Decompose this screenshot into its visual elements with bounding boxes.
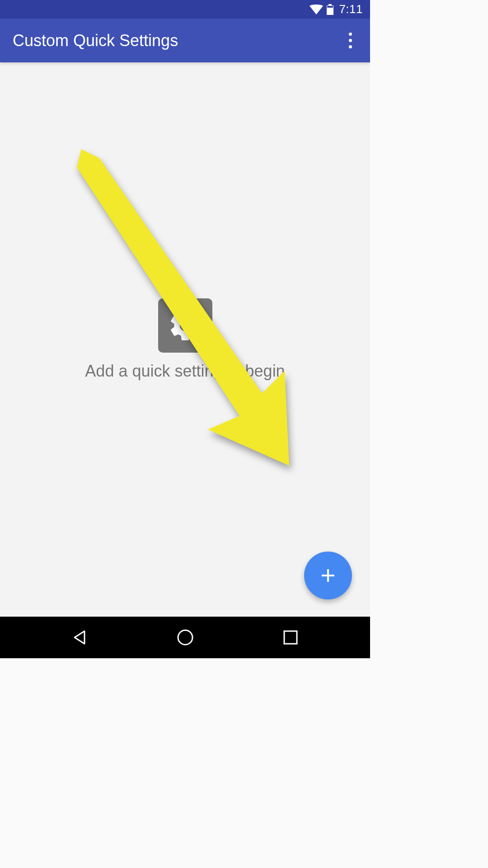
recents-icon <box>283 630 298 645</box>
svg-rect-1 <box>328 4 332 5</box>
page-title: Custom Quick Settings <box>13 31 178 50</box>
recents-button[interactable] <box>277 624 304 651</box>
svg-rect-4 <box>322 575 334 576</box>
overflow-icon <box>349 33 352 36</box>
add-fab-button[interactable] <box>304 552 352 599</box>
empty-state: Add a quick setting to begin <box>0 62 370 617</box>
gear-icon <box>158 298 212 353</box>
empty-state-message: Add a quick setting to begin <box>85 362 285 381</box>
wifi-icon <box>310 5 323 14</box>
home-button[interactable] <box>172 624 199 651</box>
svg-rect-2 <box>327 6 333 8</box>
back-button[interactable] <box>66 624 94 651</box>
svg-rect-6 <box>284 631 297 644</box>
app-bar: Custom Quick Settings <box>0 19 370 62</box>
navigation-bar <box>0 617 370 658</box>
status-clock: 7:11 <box>339 2 363 16</box>
battery-icon <box>327 4 333 15</box>
back-icon <box>72 629 88 646</box>
home-icon <box>177 629 194 646</box>
svg-point-5 <box>178 630 192 645</box>
status-bar: 7:11 <box>0 0 370 19</box>
plus-icon <box>319 566 337 585</box>
overflow-menu-button[interactable] <box>343 27 357 54</box>
